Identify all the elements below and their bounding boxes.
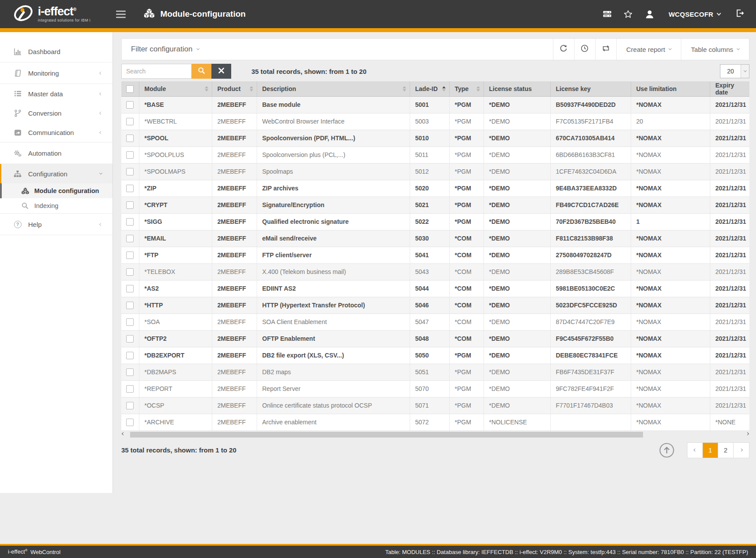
row-checkbox[interactable] [126,168,134,175]
row-checkbox[interactable] [126,335,134,343]
favorites-star-icon[interactable] [618,7,639,22]
column-header-use-limitation[interactable]: Use limitation [631,81,710,96]
cell-license-status: *DEMO [483,247,550,263]
select-all-header [121,81,139,96]
row-checkbox[interactable] [126,185,134,192]
column-header-license-key[interactable]: License key [550,81,631,96]
row-checkbox[interactable] [126,368,134,376]
pagination-page-2[interactable]: 2 [718,443,734,458]
table-row[interactable]: *SPOOLPLUS2MEBEFFSpoolconversion plus (P… [121,146,749,163]
menu-toggle-icon[interactable] [116,11,126,18]
repeat-button[interactable] [595,39,616,60]
column-header-product[interactable]: Product [212,81,257,96]
row-checkbox[interactable] [126,118,134,125]
scroll-left-icon[interactable] [122,432,125,435]
table-row[interactable]: *CRYPT2MEBEFFSignature/Encryption5021*PG… [121,197,749,213]
server-icon[interactable] [597,7,618,22]
cell-type: *PGM [449,397,483,414]
column-header-module[interactable]: Module [139,81,212,96]
row-checkbox[interactable] [126,235,134,242]
table-row[interactable]: *WEBCTRL2MEBEFFWebControl Browser Interf… [121,113,749,130]
table-row[interactable]: *HTTP2MEBEFFHTTP (Hypertext Transfer Pro… [121,297,749,314]
cell-license-status: *DEMO [483,397,550,414]
cell-expiry-date: 2021/12/31 [710,314,749,330]
page-size-select[interactable]: 20 [720,64,749,78]
table-row[interactable]: *EMAIL2MEBEFFeMail send/receive5030*COM*… [121,230,749,247]
user-menu-chevron-icon[interactable] [717,11,721,16]
select-all-checkbox[interactable] [126,85,134,93]
cell-description: Spoolmaps [257,163,410,180]
row-checkbox[interactable] [126,218,134,226]
search-input[interactable] [121,64,192,79]
username[interactable]: WCQSECOFR [669,11,713,18]
scroll-to-top-button[interactable] [659,442,675,458]
row-checkbox[interactable] [126,135,134,142]
column-header-expiry-date[interactable]: Expiry date [710,81,749,96]
row-checkbox[interactable] [126,302,134,309]
table-row[interactable]: *AS22MEBEFFEDIINT AS25044*COM*DEMO5981BE… [121,280,749,297]
search-button[interactable] [192,64,211,79]
row-checkbox[interactable] [126,201,134,209]
row-checkbox-cell [121,146,139,163]
horizontal-scrollbar[interactable] [121,431,749,438]
scroll-right-icon[interactable] [746,432,749,435]
sidebar-item-help[interactable]: ? Help [0,214,113,235]
sidebar-subitem-indexing[interactable]: Indexing [0,198,113,213]
table-row[interactable]: *REPORT2MEBEFFReport Server5070*PGM*DEMO… [121,380,749,397]
row-checkbox[interactable] [126,419,134,426]
sidebar-subitem-module-configuration[interactable]: Module configuration [0,183,113,198]
table-row[interactable]: *DB2MAPS2MEBEFFDB2 maps5051*PGM*DEMOFB6F… [121,364,749,380]
history-button[interactable] [574,39,595,60]
row-checkbox[interactable] [126,151,134,159]
sidebar-item-dashboard[interactable]: Dashboard [0,41,113,62]
pagination-prev-button[interactable] [687,443,703,458]
sidebar-item-monitoring[interactable]: Monitoring [0,62,113,84]
create-report-button[interactable]: Create report [616,39,681,60]
sidebar-item-configuration[interactable]: Configuration [0,164,113,183]
sidebar-item-conversion[interactable]: Conversion [0,103,113,123]
table-row[interactable]: *SOA2MEBEFFSOA Client Enablement5047*COM… [121,314,749,330]
table-row[interactable]: *ARCHIVE2MEBEFFArchive enablement5072*PG… [121,414,749,430]
table-columns-button[interactable]: Table columns [681,39,749,60]
user-avatar-icon[interactable] [639,6,661,22]
logout-icon[interactable] [735,9,744,19]
column-header-description[interactable]: Description [257,81,410,96]
table-row[interactable]: *SPOOL2MEBEFFSpoolconversion (PDF, HTML.… [121,130,749,146]
table-row[interactable]: *OCSP2MEBEFFOnlince certificate status p… [121,397,749,414]
pagination-page-1[interactable]: 1 [703,443,718,458]
cell-use-limitation: *NOMAX [631,314,710,330]
row-checkbox[interactable] [126,252,134,259]
scrollbar-thumb[interactable] [130,432,643,438]
row-checkbox[interactable] [126,268,134,276]
table-row[interactable]: *SIGG2MEBEFFQualified electronic signatu… [121,213,749,230]
sidebar-item-master-data[interactable]: Master data [0,84,113,103]
row-checkbox[interactable] [126,285,134,292]
row-checkbox[interactable] [126,318,134,326]
pagination-next-button[interactable] [734,443,749,458]
row-checkbox[interactable] [126,352,134,359]
column-header-lade-id[interactable]: Lade-ID [410,81,449,96]
table-row[interactable]: *OFTP22MEBEFFOFTP Enablement5048*COM*DEM… [121,330,749,347]
cell-expiry-date: 2021/12/31 [710,380,749,397]
row-checkbox[interactable] [126,402,134,409]
column-header-type[interactable]: Type [449,81,483,96]
table-row[interactable]: *DB2EXPORT2MEBEFFDB2 file export (XLS, C… [121,347,749,364]
clear-search-button[interactable] [211,64,231,79]
filter-configuration-toggle[interactable]: Filter configuration [122,45,199,54]
code-branch-icon [12,109,23,117]
table-row[interactable]: *SPOOLMAPS2MEBEFFSpoolmaps5012*PGM*DEMO1… [121,163,749,180]
table-row[interactable]: *BASE2MEBEFFBase module5001*PGM*DEMOB509… [121,96,749,113]
table-row[interactable]: *FTP2MEBEFFFTP client/server5041*COM*DEM… [121,247,749,263]
table-row[interactable]: *ZIP2MEBEFFZIP archives5020*PGM*DEMO9E4B… [121,180,749,197]
search-row: 35 total records, shown: from 1 to 20 20 [121,64,749,79]
sidebar-item-communication[interactable]: Communication [0,123,113,142]
cell-product: 2MEBEFF [212,113,257,130]
sidebar-item-automation[interactable]: Automation [0,142,113,164]
refresh-button[interactable] [553,39,574,60]
cell-product: 2MEBEFF [212,414,257,430]
row-checkbox[interactable] [126,385,134,393]
column-header-license-status[interactable]: License status [483,81,550,96]
table-row[interactable]: *TELEBOX2MEBEFFX.400 (Telekom business m… [121,263,749,280]
row-checkbox[interactable] [126,101,134,109]
page-header: Module-configuration [143,8,246,20]
